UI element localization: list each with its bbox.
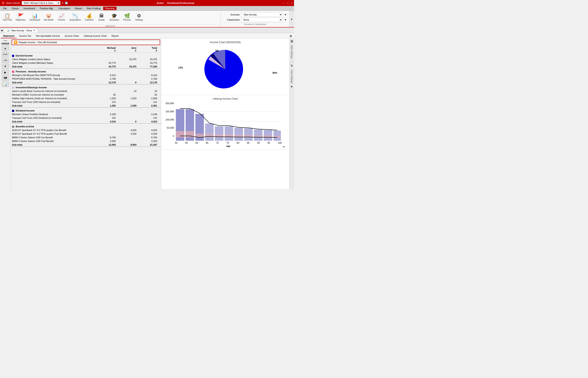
sidebar-j60-btn[interactable]: J 60 xyxy=(2,58,9,63)
table-row: BMW 5 Series Saloon G30 Fuel Benefit 3,3… xyxy=(11,139,161,143)
sub-tab-lifelong[interactable]: Lifelong Income Chart xyxy=(82,34,109,38)
menu-planning[interactable]: Planning xyxy=(103,7,117,10)
pensions-dot xyxy=(12,71,14,73)
sidebar-down-btn[interactable]: ▼ xyxy=(2,64,9,69)
menu-file[interactable]: File xyxy=(1,7,9,10)
x-label-50: 50 xyxy=(175,142,178,144)
sidebar-chart-icon[interactable]: 📊 xyxy=(2,82,9,87)
table-row: Transact Unit Trust 1345 Interest (re-in… xyxy=(11,100,161,104)
svg-rect-25 xyxy=(273,131,281,141)
close-client-icon[interactable]: ✕ xyxy=(62,2,64,4)
table-settings-label[interactable]: Table Settings xyxy=(291,44,293,59)
ribbon-btn-dashboard[interactable]: 📊 Dashboard xyxy=(28,13,42,22)
ribbon-collapse-icon[interactable]: ▲ xyxy=(291,18,293,20)
x-label-80: 80 xyxy=(237,142,239,144)
education-label: Education xyxy=(110,19,119,21)
catastrophe-select[interactable]: None Catastrophe 1 xyxy=(241,18,283,22)
filter-bar[interactable]: 🔽 Regular Income - One-offs Excluded xyxy=(12,40,160,45)
table-row: AUDI A7 Sportback S7 4.0 TFSI quattro Fu… xyxy=(11,132,161,136)
settings-gear-icon[interactable]: ⚙ xyxy=(290,34,292,38)
sidebar-m60-btn[interactable]: M 60 xyxy=(2,52,9,57)
tab-take-annuity-none[interactable]: 📊 Take Annuity - None ✕ xyxy=(4,28,38,33)
y-label-0: 0 xyxy=(166,135,174,137)
tab-close-icon[interactable]: ✕ xyxy=(33,29,35,32)
pension-icon: 🌿 xyxy=(124,14,130,18)
ribbon-btn-cashflow[interactable]: 💰 Cashflow xyxy=(84,13,95,22)
open-clients-select[interactable]: 3055: Michael Client & Jane... xyxy=(22,1,60,5)
table-row: Jane's Lloyds Bank Current a/c Interest … xyxy=(11,89,161,93)
svg-rect-11 xyxy=(205,123,213,141)
menu-report[interactable]: Report xyxy=(73,7,84,10)
scenario-label: Scenario xyxy=(223,13,240,16)
ribbon-btn-expenditure[interactable]: 📉 Expenditure xyxy=(68,13,82,22)
pie-label-13: 13% xyxy=(178,66,183,69)
maximize-icon[interactable]: □ xyxy=(287,2,288,4)
table-row: Client Widgets Limited (Michael) Salary … xyxy=(11,61,161,65)
table-row: PROPOSED ADDITIONAL PENSION - Take Annui… xyxy=(11,77,161,81)
open-clients-label: Open Clients: xyxy=(6,2,20,4)
menu-investment[interactable]: Investment xyxy=(21,7,37,10)
education-icon: 🎓 xyxy=(111,14,117,18)
ribbon-section-label-statements: Statements xyxy=(0,24,221,27)
factfind-label: Fact Find xyxy=(3,19,12,21)
menu-clients[interactable]: Clients xyxy=(9,7,21,10)
sub-tab-net-spendable[interactable]: Net Spendable Income xyxy=(34,34,62,38)
sidebar-map-icon[interactable]: 🗺 xyxy=(2,76,9,81)
catastrophe-row: Catastrophe None Catastrophe 1 ▼ xyxy=(223,18,287,22)
pie-chart-title: Income Chart (06/04/2028) xyxy=(163,41,287,44)
pie-chart-svg xyxy=(197,48,253,91)
table-row: Halifax High Interest (Joint) a/c Intere… xyxy=(11,97,161,100)
table-row: Pensions - Annuity Income xyxy=(11,68,161,73)
sub-tab-report[interactable]: Report xyxy=(109,34,121,38)
down-arrow-icon[interactable]: ▼ xyxy=(291,85,293,88)
minimize-icon[interactable]: − xyxy=(283,2,284,4)
cashflow-label: Cashflow xyxy=(85,19,94,21)
sidebar-up-btn[interactable]: ▲ xyxy=(2,46,9,51)
x-label-65: 65 xyxy=(206,142,208,144)
refresh-icon[interactable]: 🔄 xyxy=(65,2,68,4)
sub-tab-income-chart[interactable]: Income Chart xyxy=(63,34,81,38)
tab-icon: 📊 xyxy=(7,29,10,32)
y-label-50k: 50,000 xyxy=(166,126,174,129)
table-row-subtotal: Sub-total 12,178 0 12,178 xyxy=(11,81,161,84)
menu-practice-mgt[interactable]: Practice Mgt. xyxy=(38,7,56,10)
table-settings-icon[interactable]: ⊞ xyxy=(291,40,293,43)
col-header-michael: Michael£ xyxy=(93,46,117,53)
menu-calculators[interactable]: Calculators xyxy=(56,7,72,10)
filter-label: Regular Income - One-offs Excluded xyxy=(19,41,57,44)
ribbon-btn-objectives[interactable]: 🚩 Objectives xyxy=(14,13,27,22)
table-row: Michael's Old Mutual Plan 690877870 Annu… xyxy=(11,73,161,77)
ribbon-btn-income[interactable]: 📈 Income xyxy=(56,13,67,22)
ribbon-btn-education[interactable]: 🎓 Education xyxy=(108,13,121,22)
table-row-subtotal: Sub-total 43,775 33,475 77,250 xyxy=(11,65,161,68)
ribbon-btn-networth[interactable]: 🐷 Net Worth xyxy=(42,13,55,22)
scenario-select[interactable]: Take Annuity None Base xyxy=(241,13,283,17)
chart-settings-label[interactable]: Chart Settings xyxy=(291,69,293,84)
table-row: Transact Unit Trust 1345 Dividend (re-in… xyxy=(11,116,161,120)
ribbon-btn-settings[interactable]: ⚙ Settings xyxy=(133,13,145,22)
networth-icon: 🐷 xyxy=(46,14,52,18)
sub-tab-income-tax[interactable]: Income Tax xyxy=(17,34,33,38)
right-panel-sidebar: ⊞ Table Settings ↻ Chart Settings ▼ xyxy=(289,39,294,189)
refresh-chart-icon[interactable]: ↻ xyxy=(291,64,293,68)
tab-nav-arrow[interactable]: ◀ xyxy=(1,29,2,32)
y-label-200k: 200,000 xyxy=(166,102,174,105)
bar-chart-title: Lifelong Income Chart xyxy=(163,97,287,100)
bar-chart-svg xyxy=(175,102,282,141)
sidebar-play-btn[interactable]: ▶ xyxy=(2,70,9,75)
main-content: Year 2028/29 ▲ M 60 J 60 ▼ ▶ 🗺 📊 🔽 Regul… xyxy=(0,39,294,189)
earned-income-dot xyxy=(12,55,14,57)
income-table-section: 🔽 Regular Income - One-offs Excluded Mic… xyxy=(11,39,161,189)
dashboard-icon: 📊 xyxy=(32,14,38,18)
window-controls: − □ × xyxy=(283,2,292,4)
x-label-100: 100 xyxy=(278,142,282,144)
ribbon-btn-factfind[interactable]: 📋 Fact Find xyxy=(1,13,13,22)
svg-rect-21 xyxy=(254,130,262,141)
sub-tab-statement[interactable]: Statement xyxy=(1,34,16,38)
close-icon[interactable]: × xyxy=(291,2,292,4)
ribbon-btn-estate[interactable]: 🏛 Estate xyxy=(96,13,107,22)
svg-rect-15 xyxy=(224,126,233,141)
menu-risk-profiling[interactable]: Risk Profiling xyxy=(84,7,102,10)
settings-label: Settings xyxy=(135,19,143,21)
ribbon-btn-pension[interactable]: 🌿 Pension xyxy=(121,13,133,22)
